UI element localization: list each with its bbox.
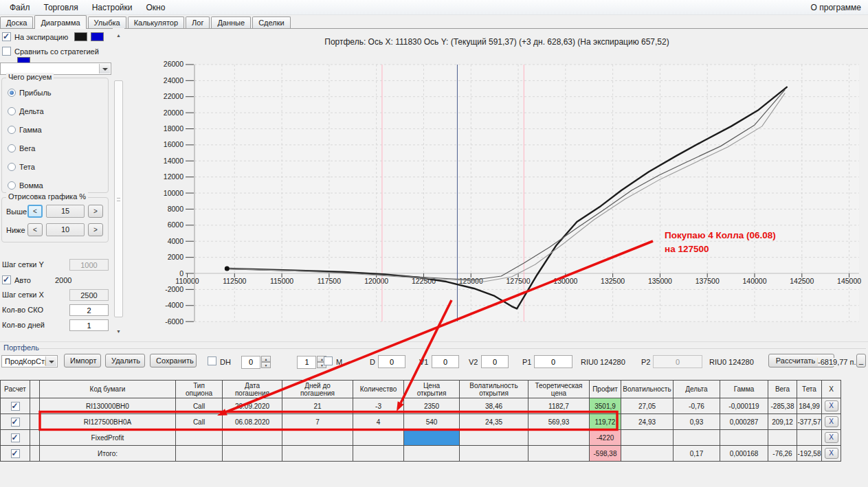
radio-vomma[interactable] xyxy=(8,181,16,190)
tab-board[interactable]: Доска xyxy=(0,16,33,28)
tab-calculator[interactable]: Калькулятор xyxy=(128,16,184,28)
cell-delta[interactable]: 0,93 xyxy=(674,414,720,430)
menu-window[interactable]: Окно xyxy=(140,1,173,14)
cell-vol[interactable]: 27,05 xyxy=(621,398,674,414)
cell-vol[interactable]: 24,93 xyxy=(621,414,674,430)
radio-gamma[interactable] xyxy=(8,126,16,134)
spin-up-icon[interactable]: ▲ xyxy=(261,356,271,362)
cell-theta[interactable]: -192,58 xyxy=(797,446,822,462)
cell-qty[interactable] xyxy=(353,446,404,462)
cell-openvol[interactable] xyxy=(460,446,528,462)
cell-theta[interactable]: -377,57 xyxy=(797,414,822,430)
cell-type[interactable] xyxy=(176,430,223,446)
scroll-up-icon[interactable]: ▲ xyxy=(113,30,124,41)
d-input[interactable] xyxy=(378,355,405,368)
panel-scrollbar[interactable]: ▲ ▼ xyxy=(113,28,124,341)
cell-openvol[interactable]: 38,46 xyxy=(460,398,528,414)
auto-checkbox[interactable] xyxy=(2,275,11,284)
row-calc-checkbox[interactable] xyxy=(11,402,20,411)
cell-code[interactable]: FixedProfit xyxy=(40,430,176,446)
cell-profit[interactable]: -4220 xyxy=(590,430,621,446)
scrollbar-thumb[interactable] xyxy=(114,80,123,317)
days-input[interactable] xyxy=(69,319,109,331)
on-expiration-checkbox[interactable] xyxy=(2,32,11,41)
cell-expiry[interactable]: 06.08.2020 xyxy=(223,414,282,430)
import-button[interactable]: Импорт xyxy=(64,354,101,367)
cell-sel[interactable] xyxy=(30,398,40,414)
cell-openprice[interactable]: 540 xyxy=(404,414,460,430)
cell-theor[interactable] xyxy=(528,446,590,462)
cell-openprice[interactable] xyxy=(404,430,460,446)
row-calc-checkbox[interactable] xyxy=(11,433,20,442)
cell-gamma[interactable] xyxy=(720,430,768,446)
cell-theta[interactable] xyxy=(797,430,822,446)
tab-deals[interactable]: Сделки xyxy=(252,16,291,28)
cell-theta[interactable]: 184,99 xyxy=(797,398,822,414)
row-calc-checkbox[interactable] xyxy=(11,418,20,427)
scroll-down-icon[interactable]: ▼ xyxy=(113,326,124,337)
radio-delta[interactable] xyxy=(8,107,16,115)
cell-vega[interactable]: 209,12 xyxy=(768,414,797,430)
p1-input[interactable] xyxy=(534,355,572,368)
dh-checkbox[interactable] xyxy=(208,356,216,365)
menu-trading[interactable]: Торговля xyxy=(37,1,85,14)
v2-input[interactable] xyxy=(481,355,509,368)
radio-theta[interactable] xyxy=(8,163,16,171)
cell-qty[interactable]: -3 xyxy=(353,398,404,414)
sko-input[interactable] xyxy=(69,304,109,316)
cell-qty[interactable]: 4 xyxy=(353,414,404,430)
row-delete-button[interactable]: X xyxy=(825,400,838,411)
cell-delta[interactable] xyxy=(674,430,720,446)
cell-sel[interactable] xyxy=(30,446,40,462)
m-checkbox[interactable] xyxy=(324,356,333,365)
cell-vega[interactable] xyxy=(768,430,797,446)
dh-spin2-input[interactable] xyxy=(297,356,316,369)
cell-theor[interactable] xyxy=(528,430,590,446)
cell-openprice[interactable] xyxy=(404,446,460,462)
tab-data[interactable]: Данные xyxy=(211,16,251,28)
row-calc-checkbox[interactable] xyxy=(11,449,20,458)
cell-gamma[interactable]: -0,000119 xyxy=(720,398,768,414)
cell-code[interactable]: RI127500BH0A xyxy=(40,414,176,430)
cell-theor[interactable]: 1182,7 xyxy=(528,398,590,414)
cell-openvol[interactable]: 24,35 xyxy=(460,414,528,430)
cell-qty[interactable] xyxy=(353,430,404,446)
cell-vega[interactable]: -285,38 xyxy=(768,398,797,414)
tab-diagram[interactable]: Диаграмма xyxy=(34,15,86,29)
cell-vega[interactable]: -76,26 xyxy=(768,446,797,462)
cell-openprice[interactable]: 2350 xyxy=(404,398,460,414)
row-delete-button[interactable]: X xyxy=(825,416,838,427)
p2-input[interactable] xyxy=(653,355,702,368)
above-increase-button[interactable]: > xyxy=(88,205,103,218)
cell-days[interactable]: 7 xyxy=(282,414,353,430)
radio-profit[interactable] xyxy=(8,89,16,97)
spin-down-icon[interactable]: ▼ xyxy=(261,362,271,368)
compare-strategy-checkbox[interactable] xyxy=(2,47,11,56)
cell-profit[interactable]: 3501,9 xyxy=(590,398,621,414)
cell-days[interactable] xyxy=(282,446,353,462)
dh-spin1-input[interactable] xyxy=(241,356,260,369)
cell-sel[interactable] xyxy=(30,430,40,446)
save-button[interactable]: Сохранить xyxy=(150,354,197,367)
cell-profit[interactable]: -598,38 xyxy=(590,446,621,462)
cell-expiry[interactable] xyxy=(223,430,282,446)
cell-code[interactable]: RI130000BH0 xyxy=(40,398,176,414)
cell-gamma[interactable]: 0,000287 xyxy=(720,414,768,430)
tab-smile[interactable]: Улыбка xyxy=(88,16,126,28)
row-delete-button[interactable]: X xyxy=(825,432,838,443)
cell-delta[interactable]: -0,76 xyxy=(674,398,720,414)
cell-profit[interactable]: 119,72 xyxy=(590,414,621,430)
tab-log[interactable]: Лог xyxy=(186,16,210,28)
v1-input[interactable] xyxy=(432,355,459,368)
cell-delta[interactable]: 0,17 xyxy=(674,446,720,462)
below-increase-button[interactable]: > xyxy=(88,223,103,236)
cell-vol[interactable] xyxy=(621,446,674,462)
menu-about[interactable]: О программе xyxy=(804,1,865,14)
cell-sel[interactable] xyxy=(30,414,40,430)
cell-code[interactable]: Итого: xyxy=(40,446,176,462)
cell-openvol[interactable] xyxy=(460,430,528,446)
profit-chart[interactable]: 2600024000220002000018000160001400012000… xyxy=(126,28,868,341)
grid-x-input[interactable] xyxy=(69,289,109,301)
cell-gamma[interactable]: 0,000168 xyxy=(720,446,768,462)
cell-days[interactable] xyxy=(282,430,353,446)
